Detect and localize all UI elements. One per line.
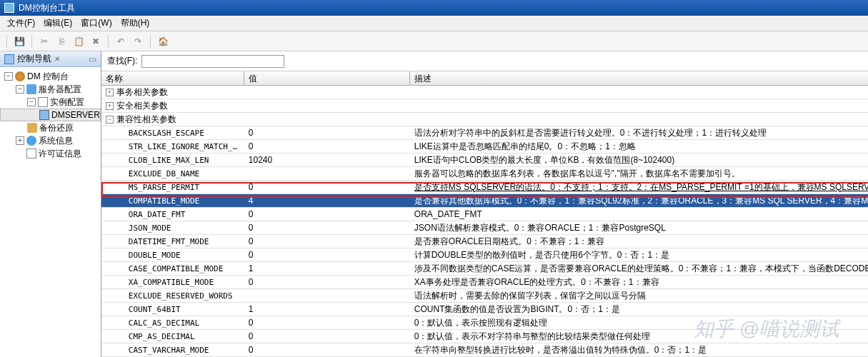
param-value[interactable]: 0	[244, 223, 410, 233]
table-row[interactable]: COMPATIBLE_MODE4是否兼容其他数据库模式。0：不兼容，1：兼容SQ…	[101, 194, 868, 208]
table-row[interactable]: DATETIME_FMT_MODE0是否兼容ORACLE日期格式。0：不兼容；1…	[101, 235, 868, 248]
table-row[interactable]: CAST_VARCHAR_MODE0在字符串向整型转换进行比较时，是否将溢出值转…	[101, 343, 868, 357]
table-row[interactable]: BACKSLASH_ESCAPE0语法分析对字符串中的反斜杠是否需要进行转义处理…	[101, 126, 868, 140]
param-value[interactable]: 1	[244, 263, 410, 273]
table-row[interactable]: XA_COMPATIBLE_MODE0XA事务处理是否兼容ORACLE的处理方式…	[101, 276, 868, 289]
param-name: MS_PARSE_PERMIT	[101, 183, 244, 192]
table-row[interactable]: ORA_DATE_FMT0ORA_DATE_FMT	[101, 208, 868, 221]
collapse-icon[interactable]: −	[106, 116, 114, 124]
menu-bar: 文件(F) 编辑(E) 窗口(W) 帮助(H)	[0, 16, 868, 31]
col-value[interactable]: 值	[244, 71, 410, 85]
param-desc: 是否兼容ORACLE日期格式。0：不兼容；1：兼容	[410, 236, 868, 248]
param-desc: 在字符串向整型转换进行比较时，是否将溢出值转为特殊伪值。0：否；1：是	[410, 344, 868, 356]
param-name: ORA_DATE_FMT	[101, 210, 244, 219]
nav-tab-header: 控制导航 ✕ ▭	[0, 51, 101, 67]
table-row[interactable]: EXCLUDE_RESERVED_WORDS语法解析时，需要去除的保留字列表，保…	[101, 289, 868, 303]
param-value[interactable]: 0	[244, 182, 410, 192]
expand-icon[interactable]: +	[16, 136, 24, 145]
separator	[150, 35, 151, 48]
param-value[interactable]: 0	[244, 277, 410, 287]
redo-icon[interactable]: ↷	[131, 34, 145, 49]
paste-icon[interactable]: 📋	[71, 34, 86, 49]
param-desc: 语法解析时，需要去除的保留字列表，保留字之间以逗号分隔	[410, 290, 868, 302]
param-desc: JSON语法解析兼容模式。0：兼容ORACLE；1：兼容PostgreSQL	[410, 222, 868, 234]
save-icon[interactable]: 💾	[12, 34, 26, 49]
param-name: CAST_VARCHAR_MODE	[101, 346, 244, 355]
delete-icon[interactable]: ✖	[89, 34, 103, 49]
param-value[interactable]: 0	[244, 331, 410, 341]
window-title: DM控制台工具	[19, 2, 75, 14]
param-value[interactable]: 0	[244, 141, 410, 151]
tree-system-info[interactable]: + 系统信息	[0, 134, 101, 147]
tree-backup-restore[interactable]: 备份还原	[0, 121, 101, 134]
param-desc: COUNT集函数的值是否设置为BIGINT。0：否；1：是	[410, 303, 868, 316]
param-desc: 涉及不同数据类型的CASE运算，是否需要兼容ORACLE的处理策略。0：不兼容；…	[410, 263, 868, 275]
table-row[interactable]: JSON_MODE0JSON语法解析兼容模式。0：兼容ORACLE；1：兼容Po…	[101, 221, 868, 235]
param-value[interactable]: 0	[244, 345, 410, 355]
tree-license-info[interactable]: 许可证信息	[0, 147, 101, 160]
param-desc: ORA_DATE_FMT	[410, 209, 868, 219]
param-name: CLOB_LIKE_MAX_LEN	[101, 156, 244, 165]
table-row[interactable]: COUNT_64BIT1COUNT集函数的值是否设置为BIGINT。0：否；1：…	[101, 303, 868, 316]
menu-file[interactable]: 文件(F)	[4, 16, 38, 31]
minimize-icon[interactable]: ▭	[89, 54, 96, 64]
tree-dmserver[interactable]: DMSERVER	[0, 109, 101, 121]
menu-window[interactable]: 窗口(W)	[78, 16, 114, 31]
param-value[interactable]: 1	[244, 304, 410, 314]
param-value[interactable]: 4	[244, 196, 410, 206]
backup-icon	[27, 123, 37, 133]
search-input[interactable]	[141, 55, 284, 68]
home-icon[interactable]: 🏠	[156, 34, 170, 49]
col-name[interactable]: 名称	[101, 71, 244, 85]
table-row[interactable]: DOUBLE_MODE0计算DOUBLE类型的散列值时，是否只使用6个字节。0：…	[101, 248, 868, 262]
param-value[interactable]: 10240	[244, 155, 410, 165]
collapse-icon[interactable]: −	[4, 72, 13, 81]
param-name: BACKSLASH_ESCAPE	[101, 129, 244, 138]
expand-icon[interactable]: +	[106, 102, 114, 110]
param-desc: 0：默认值，表示按照现有逻辑处理	[410, 317, 868, 329]
param-value[interactable]: 0	[244, 250, 410, 260]
param-name: EXCLUDE_DB_NAME	[101, 169, 244, 178]
group-security[interactable]: +安全相关参数	[101, 99, 868, 113]
col-desc[interactable]: 描述	[410, 71, 868, 85]
collapse-icon[interactable]: −	[16, 85, 24, 94]
search-row: 查找(F):	[101, 51, 868, 71]
param-grid: 名称 值 描述 +事务相关参数 +安全相关参数 −兼容性相关参数 BACKSLA…	[101, 71, 868, 357]
grid-header: 名称 值 描述	[101, 71, 868, 86]
separator	[31, 35, 32, 48]
param-name: JSON_MODE	[101, 223, 244, 233]
tree-root[interactable]: − DM 控制台	[0, 70, 101, 83]
group-transaction[interactable]: +事务相关参数	[101, 86, 868, 99]
param-desc: LIKE运算中是否忽略匹配串的结尾0。0：不忽略；1：忽略	[410, 141, 868, 153]
param-name: CASE_COMPATIBLE_MODE	[101, 264, 244, 273]
separator	[108, 35, 109, 48]
table-row[interactable]: CALC_AS_DECIMAL00：默认值，表示按照现有逻辑处理	[101, 316, 868, 330]
table-row[interactable]: MS_PARSE_PERMIT0是否支持MS SQLSERVER的语法。0：不支…	[101, 181, 868, 194]
menu-edit[interactable]: 编辑(E)	[41, 16, 75, 31]
param-desc: XA事务处理是否兼容ORACLE的处理方式。0：不兼容；1：兼容	[410, 276, 868, 288]
param-name: CALC_AS_DECIMAL	[101, 318, 244, 328]
param-value[interactable]: 0	[244, 209, 410, 219]
param-value[interactable]: 0	[244, 318, 410, 328]
gear-icon	[26, 84, 36, 94]
expand-icon[interactable]: +	[106, 89, 114, 96]
param-desc: 是否兼容其他数据库模式。0：不兼容，1：兼容SQL92标准，2：兼容ORACLE…	[410, 195, 868, 207]
param-desc: 计算DOUBLE类型的散列值时，是否只使用6个字节。0：否；1：是	[410, 249, 868, 261]
table-row[interactable]: STR_LIKE_IGNORE_MATCH_EN…0LIKE运算中是否忽略匹配串…	[101, 140, 868, 154]
table-row[interactable]: CMP_AS_DECIMAL00：默认值，表示不对字符串与整型的比较结果类型做任…	[101, 330, 868, 343]
cut-icon[interactable]: ✂	[37, 34, 51, 49]
menu-help[interactable]: 帮助(H)	[118, 16, 153, 31]
tree-instance-config[interactable]: − 实例配置	[0, 96, 101, 109]
param-value[interactable]: 0	[244, 128, 410, 138]
collapse-icon[interactable]: −	[27, 98, 36, 106]
copy-icon[interactable]: ⎘	[54, 34, 69, 49]
group-compat[interactable]: −兼容性相关参数	[101, 113, 868, 126]
tree-server-config[interactable]: − 服务器配置	[0, 83, 101, 96]
param-value[interactable]: 0	[244, 236, 410, 246]
table-row[interactable]: CASE_COMPATIBLE_MODE1涉及不同数据类型的CASE运算，是否需…	[101, 262, 868, 276]
undo-icon[interactable]: ↶	[114, 34, 128, 49]
table-row[interactable]: EXCLUDE_DB_NAME服务器可以忽略的数据库名列表，各数据库名以逗号",…	[101, 167, 868, 181]
app-icon	[4, 3, 14, 13]
table-row[interactable]: CLOB_LIKE_MAX_LEN10240LIKE语句中CLOB类型的最大长度…	[101, 154, 868, 167]
content-panel: 查找(F): 名称 值 描述 +事务相关参数 +安全相关参数 −兼容性相关参数 …	[101, 51, 868, 357]
